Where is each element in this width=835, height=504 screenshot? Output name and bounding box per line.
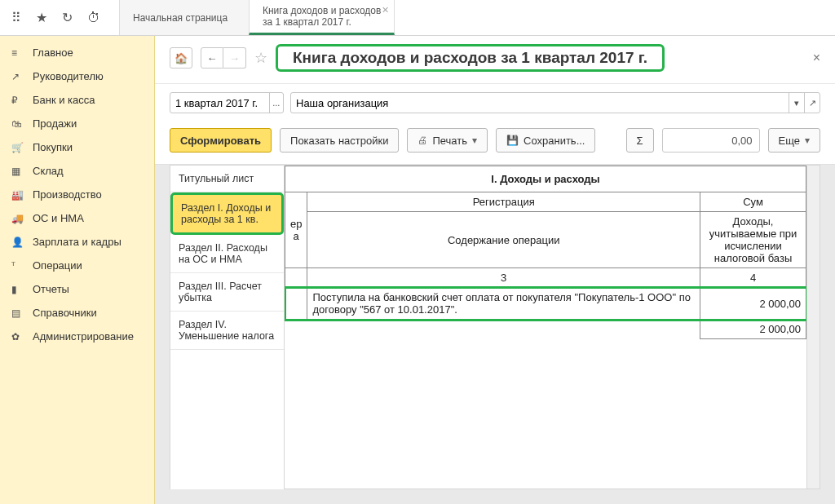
sidebar-item-label: ОС и НМА	[33, 212, 84, 224]
sidebar-item-payroll[interactable]: 👤Зарплата и кадры	[0, 230, 154, 254]
sidebar-item-purchases[interactable]: 🛒Покупки	[0, 135, 154, 159]
sidebar-item-operations[interactable]: ᵀОперации	[0, 254, 154, 277]
sum-value: 0,00	[662, 128, 760, 153]
top-icons: ⠿ ★ ↻ ⏱	[0, 0, 112, 35]
cell-operation-text: Поступила на банковский счет оплата от п…	[307, 288, 700, 320]
org-dropdown-button[interactable]: ▾	[789, 93, 804, 113]
cell-empty	[307, 320, 700, 339]
truck-icon: 🚚	[11, 213, 24, 224]
sidebar-item-label: Продажи	[33, 117, 77, 130]
tab-label: Начальная страница	[133, 12, 236, 24]
button-label: Еще	[779, 135, 800, 147]
clock-icon[interactable]: ⏱	[87, 11, 100, 25]
sidebar-item-label: Производство	[33, 188, 102, 201]
button-label: Сохранить...	[524, 135, 585, 147]
button-label: Печать	[432, 135, 467, 147]
col-number-3: 3	[307, 268, 700, 288]
period-field[interactable]: ...	[170, 92, 284, 113]
table-total-row: 2 000,00	[285, 320, 806, 339]
print-button[interactable]: 🖨Печать▾	[407, 128, 488, 153]
org-field[interactable]: ▾ ↗	[290, 92, 820, 113]
top-bar: ⠿ ★ ↻ ⏱ Начальная страница Книга доходов…	[0, 0, 835, 36]
sidebar-item-bank[interactable]: ₽Банк и касса	[0, 88, 154, 112]
section-title-page[interactable]: Титульный лист	[170, 166, 284, 192]
more-button[interactable]: Еще▾	[768, 128, 820, 153]
sum-button[interactable]: Σ	[626, 128, 654, 153]
boxes-icon: ▦	[11, 166, 24, 177]
tab-label: Книга доходов и расходов	[263, 5, 381, 16]
close-page-button[interactable]: ×	[813, 51, 820, 65]
floppy-icon: 💾	[506, 135, 519, 146]
apps-icon[interactable]: ⠿	[11, 10, 21, 25]
menu-icon: ≡	[11, 47, 24, 59]
period-input[interactable]	[170, 97, 269, 109]
back-button[interactable]: ←	[201, 47, 223, 69]
printer-icon: 🖨	[418, 135, 427, 146]
grid-heading: I. Доходы и расходы	[285, 166, 806, 192]
sidebar-item-label: Операции	[33, 259, 82, 272]
tab-active[interactable]: Книга доходов и расходов за 1 квартал 20…	[249, 0, 395, 35]
tabs: Начальная страница Книга доходов и расхо…	[120, 0, 395, 35]
section-loss-calc[interactable]: Раздел III. Расчет убытка	[170, 273, 284, 312]
show-settings-button[interactable]: Показать настройки	[280, 128, 399, 153]
trend-icon: ↗	[11, 71, 24, 82]
tab-home[interactable]: Начальная страница	[119, 0, 250, 35]
cart-icon: 🛒	[11, 142, 24, 153]
col-header-operation: Содержание операции	[307, 212, 700, 268]
col-empty	[285, 268, 307, 288]
sidebar-item-label: Главное	[33, 46, 73, 59]
close-icon[interactable]: ✕	[382, 5, 389, 15]
sigma-icon: Σ	[637, 135, 643, 147]
sidebar-item-label: Отчеты	[33, 283, 69, 295]
section-tax-reduction[interactable]: Раздел IV. Уменьшение налога	[170, 312, 284, 350]
cell-total: 2 000,00	[700, 320, 806, 339]
generate-button[interactable]: Сформировать	[170, 128, 272, 153]
sidebar-item-label: Руководителю	[33, 70, 104, 82]
star-icon[interactable]: ★	[36, 10, 47, 25]
sidebar-item-production[interactable]: 🏭Производство	[0, 183, 154, 206]
grid-wrap[interactable]: I. Доходы и расходы ера Регистрация Сум …	[285, 165, 807, 489]
vertical-scrollbar[interactable]	[807, 165, 820, 489]
sidebar-item-assets[interactable]: 🚚ОС и НМА	[0, 206, 154, 230]
org-open-button[interactable]: ↗	[804, 93, 820, 113]
sidebar-item-label: Банк и касса	[33, 94, 95, 106]
sidebar-item-label: Склад	[33, 165, 64, 177]
factory-icon: 🏭	[11, 189, 24, 201]
filter-row: ... ▾ ↗	[155, 84, 835, 122]
sidebar: ≡Главное ↗Руководителю ₽Банк и касса 🛍Пр…	[0, 36, 155, 504]
chevron-down-icon: ▾	[805, 135, 810, 146]
sidebar-item-sales[interactable]: 🛍Продажи	[0, 112, 154, 135]
person-icon: 👤	[11, 237, 24, 248]
action-row: Сформировать Показать настройки 🖨Печать▾…	[155, 122, 835, 165]
sidebar-item-manager[interactable]: ↗Руководителю	[0, 64, 154, 88]
chevron-down-icon: ▾	[472, 135, 477, 146]
ruble-icon: ₽	[11, 95, 24, 106]
gear-icon: ✿	[11, 331, 24, 343]
section-asset-expense[interactable]: Раздел II. Расходы на ОС и НМА	[170, 235, 284, 273]
col-label: а	[294, 230, 299, 242]
report-grid-container: I. Доходы и расходы ера Регистрация Сум …	[285, 165, 820, 489]
home-button[interactable]: 🏠	[170, 47, 192, 69]
sidebar-item-admin[interactable]: ✿Администрирование	[0, 325, 154, 348]
list-icon: ▤	[11, 307, 24, 319]
period-picker-button[interactable]: ...	[269, 93, 283, 113]
forward-button[interactable]: →	[223, 47, 246, 69]
table-row[interactable]: Поступила на банковский счет оплата от п…	[285, 288, 806, 320]
bar-chart-icon: ▮	[11, 284, 24, 295]
nav-group: ← →	[201, 47, 246, 69]
history-icon[interactable]: ↻	[62, 10, 73, 25]
favorite-icon[interactable]: ☆	[254, 49, 267, 67]
section-income-expense[interactable]: Раздел I. Доходы и расходы за 1 кв.	[170, 192, 284, 235]
sidebar-item-references[interactable]: ▤Справочники	[0, 301, 154, 325]
sidebar-item-warehouse[interactable]: ▦Склад	[0, 159, 154, 183]
col-header-sum: Сум	[700, 192, 806, 212]
main: 🏠 ← → ☆ Книга доходов и расходов за 1 кв…	[155, 36, 835, 504]
sidebar-item-label: Справочники	[33, 307, 97, 319]
sidebar-item-label: Зарплата и кадры	[33, 236, 121, 248]
sections-list: Титульный лист Раздел I. Доходы и расход…	[170, 165, 285, 489]
save-button[interactable]: 💾Сохранить...	[496, 128, 595, 153]
sidebar-item-main[interactable]: ≡Главное	[0, 41, 154, 64]
sidebar-item-reports[interactable]: ▮Отчеты	[0, 277, 154, 301]
org-input[interactable]	[291, 97, 789, 109]
report-panel: Титульный лист Раздел I. Доходы и расход…	[155, 165, 835, 504]
